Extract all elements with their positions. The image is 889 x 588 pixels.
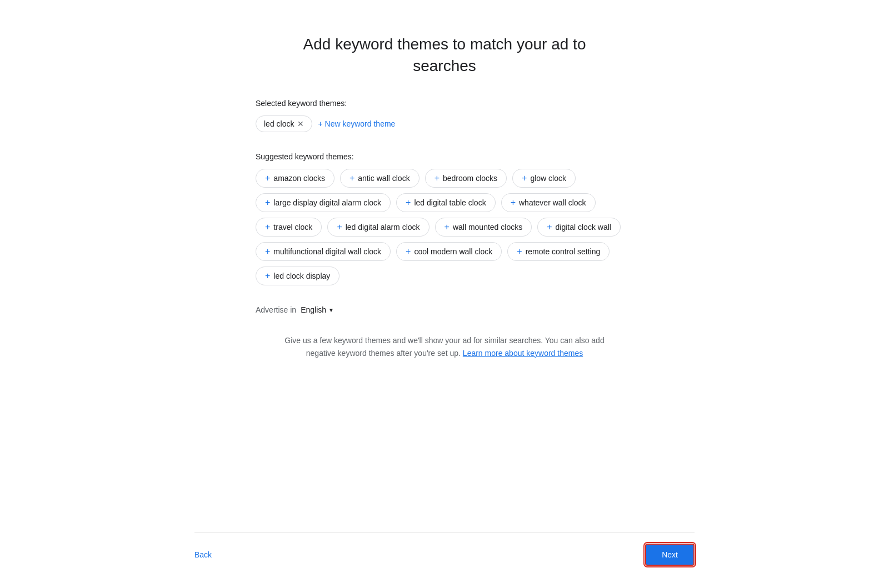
suggestion-chip-whatever-wall-clock[interactable]: + whatever wall clock — [501, 193, 596, 212]
selected-chips-container: led clock ✕ + New keyword theme — [256, 115, 633, 132]
chip-label: bedroom clocks — [443, 174, 497, 183]
suggestion-chip-multifunctional[interactable]: + multifunctional digital wall clock — [256, 242, 391, 261]
suggested-chips-container: + amazon clocks + antic wall clock + bed… — [256, 169, 633, 285]
suggestion-chip-led-digital-table-clock[interactable]: + led digital table clock — [396, 193, 496, 212]
suggested-section-label: Suggested keyword themes: — [256, 152, 633, 161]
back-button[interactable]: Back — [194, 550, 212, 559]
language-selector[interactable]: English ▼ — [301, 305, 334, 314]
plus-icon: + — [444, 223, 450, 232]
plus-icon: + — [265, 174, 270, 183]
selected-chip-text: led clock — [264, 119, 294, 128]
suggestion-chip-antic-wall-clock[interactable]: + antic wall clock — [340, 169, 419, 188]
plus-icon: + — [406, 247, 411, 256]
plus-icon: + — [434, 174, 439, 183]
chevron-down-icon: ▼ — [328, 307, 334, 313]
chip-label: travel clock — [273, 223, 312, 232]
chip-label: antic wall clock — [358, 174, 409, 183]
chip-label: wall mounted clocks — [453, 223, 522, 232]
chip-label: large display digital alarm clock — [273, 198, 381, 207]
suggestion-chip-cool-modern-wall-clock[interactable]: + cool modern wall clock — [396, 242, 502, 261]
selected-section: Selected keyword themes: led clock ✕ + N… — [256, 99, 633, 132]
chip-label: led clock display — [273, 272, 330, 280]
selected-chip-led-clock[interactable]: led clock ✕ — [256, 115, 312, 132]
suggestion-chip-digital-clock-wall[interactable]: + digital clock wall — [537, 218, 621, 237]
next-button[interactable]: Next — [645, 544, 695, 566]
plus-icon: + — [265, 247, 270, 256]
plus-icon: + — [522, 174, 527, 183]
selected-section-label: Selected keyword themes: — [256, 99, 633, 108]
plus-icon: + — [265, 272, 270, 280]
chip-label: amazon clocks — [273, 174, 325, 183]
plus-icon: + — [511, 198, 516, 207]
suggestion-chip-glow-clock[interactable]: + glow clock — [512, 169, 576, 188]
new-keyword-theme-button[interactable]: + New keyword theme — [318, 119, 395, 128]
suggestion-chip-led-digital-alarm-clock[interactable]: + led digital alarm clock — [327, 218, 429, 237]
chip-label: glow clock — [530, 174, 566, 183]
chip-label: whatever wall clock — [519, 198, 586, 207]
plus-icon: + — [517, 247, 522, 256]
suggestion-chip-wall-mounted-clocks[interactable]: + wall mounted clocks — [435, 218, 532, 237]
suggestion-chip-amazon-clocks[interactable]: + amazon clocks — [256, 169, 334, 188]
suggested-section: Suggested keyword themes: + amazon clock… — [256, 152, 633, 285]
chip-label: digital clock wall — [556, 223, 611, 232]
suggestion-chip-led-clock-display[interactable]: + led clock display — [256, 267, 339, 285]
suggestion-chip-remote-control-setting[interactable]: + remote control setting — [507, 242, 610, 261]
info-text-line1: Give us a few keyword themes and we'll s… — [284, 336, 573, 345]
chip-label: remote control setting — [526, 247, 601, 256]
plus-icon: + — [337, 223, 342, 232]
chip-label: led digital table clock — [414, 198, 486, 207]
close-icon[interactable]: ✕ — [297, 120, 304, 128]
plus-icon: + — [547, 223, 552, 232]
page-wrapper: Add keyword themes to match your ad to s… — [0, 0, 889, 588]
footer-inner: Back Next — [194, 532, 695, 566]
suggestion-chip-bedroom-clocks[interactable]: + bedroom clocks — [425, 169, 507, 188]
learn-more-link[interactable]: Learn more about keyword themes — [463, 349, 583, 358]
language-value: English — [301, 305, 326, 314]
info-text-block: Give us a few keyword themes and we'll s… — [283, 334, 606, 359]
suggestion-chip-travel-clock[interactable]: + travel clock — [256, 218, 322, 237]
plus-icon: + — [349, 174, 354, 183]
suggestion-chip-large-display[interactable]: + large display digital alarm clock — [256, 193, 391, 212]
plus-icon: + — [265, 198, 270, 207]
advertise-label: Advertise in — [256, 305, 296, 314]
chip-label: led digital alarm clock — [346, 223, 420, 232]
page-title: Add keyword themes to match your ad to s… — [303, 33, 586, 77]
plus-icon: + — [265, 223, 270, 232]
plus-icon: + — [406, 198, 411, 207]
chip-label: cool modern wall clock — [414, 247, 492, 256]
content-area: Selected keyword themes: led clock ✕ + N… — [256, 99, 633, 381]
advertise-row: Advertise in English ▼ — [256, 305, 633, 314]
chip-label: multifunctional digital wall clock — [273, 247, 381, 256]
footer-area: Back Next — [11, 532, 878, 566]
